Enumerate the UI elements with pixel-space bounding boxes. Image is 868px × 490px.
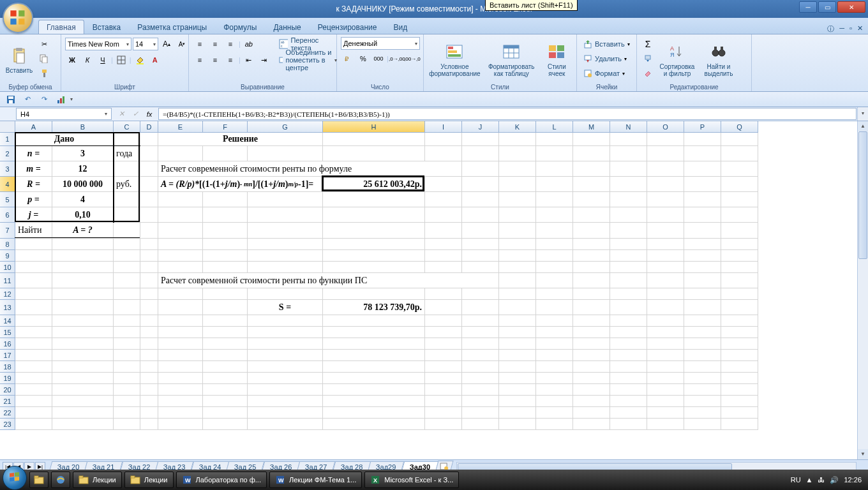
- cell-J17[interactable]: [462, 350, 499, 361]
- cell-J16[interactable]: [462, 338, 499, 350]
- cell-C7[interactable]: [114, 223, 140, 239]
- cell-E19[interactable]: [158, 373, 203, 384]
- cell-D3[interactable]: [140, 161, 158, 177]
- cell-L10[interactable]: [536, 262, 573, 273]
- cell-C22[interactable]: [114, 407, 140, 419]
- cell-C5[interactable]: [114, 192, 140, 207]
- cell-Q17[interactable]: [721, 350, 758, 361]
- cell-M2[interactable]: [573, 146, 610, 161]
- percent-button[interactable]: %: [356, 52, 370, 66]
- cell-K12[interactable]: [499, 288, 536, 300]
- undo-button[interactable]: ↶: [20, 93, 34, 107]
- tab-insert[interactable]: Вставка: [84, 20, 130, 34]
- cell-C4[interactable]: руб.: [114, 177, 140, 192]
- copy-button[interactable]: [37, 52, 51, 66]
- cell-N23[interactable]: [610, 419, 647, 430]
- cell-L13[interactable]: [536, 300, 573, 315]
- cancel-formula-button[interactable]: ✕: [115, 108, 128, 120]
- minimize-button[interactable]: ─: [799, 1, 817, 13]
- merge-center-button[interactable]: a Объединить и поместить в центре ▾: [276, 53, 340, 67]
- align-left-button[interactable]: ≡: [193, 53, 207, 67]
- cell-L14[interactable]: [536, 315, 573, 327]
- font-size-combo[interactable]: 14▾: [133, 38, 158, 50]
- col-header-P[interactable]: P: [684, 121, 721, 133]
- cell-H18[interactable]: [323, 361, 425, 373]
- qat-chart-button[interactable]: [54, 93, 68, 107]
- cell-Q5[interactable]: [721, 192, 758, 207]
- cell-J14[interactable]: [462, 315, 499, 327]
- cell-L8[interactable]: [536, 239, 573, 250]
- cell-A6[interactable]: j =: [15, 207, 52, 223]
- cell-P19[interactable]: [684, 373, 721, 384]
- cell-M6[interactable]: [573, 207, 610, 223]
- grow-font-button[interactable]: A▴: [160, 37, 174, 51]
- cell-K13[interactable]: [499, 300, 536, 315]
- cell-H10[interactable]: [323, 262, 425, 273]
- cell-F22[interactable]: [203, 407, 248, 419]
- cell-Q18[interactable]: [721, 361, 758, 373]
- col-header-N[interactable]: N: [610, 121, 647, 133]
- cell-P10[interactable]: [684, 262, 721, 273]
- cell-P22[interactable]: [684, 407, 721, 419]
- cell-B3[interactable]: 12: [52, 161, 114, 177]
- fx-button[interactable]: fx: [143, 108, 156, 120]
- cell-K8[interactable]: [499, 239, 536, 250]
- cell-H21[interactable]: [323, 396, 425, 407]
- cell-M22[interactable]: [573, 407, 610, 419]
- cell-B18[interactable]: [52, 361, 114, 373]
- cell-M4[interactable]: [573, 177, 610, 192]
- col-header-D[interactable]: D: [140, 121, 158, 133]
- office-button[interactable]: [3, 3, 33, 33]
- cell-A13[interactable]: [15, 300, 52, 315]
- cell-K4[interactable]: [499, 177, 536, 192]
- cell-M17[interactable]: [573, 350, 610, 361]
- cell-P13[interactable]: [684, 300, 721, 315]
- cell-D8[interactable]: [140, 239, 158, 250]
- cell-G16[interactable]: [248, 338, 323, 350]
- cell-G19[interactable]: [248, 373, 323, 384]
- cell-H15[interactable]: [323, 327, 425, 338]
- cell-K3[interactable]: [499, 161, 536, 177]
- cell-M20[interactable]: [573, 384, 610, 396]
- doc-minimize-button[interactable]: ─: [839, 24, 844, 34]
- cell-E10[interactable]: [158, 262, 203, 273]
- cell-B17[interactable]: [52, 350, 114, 361]
- cell-H14[interactable]: [323, 315, 425, 327]
- cell-N13[interactable]: [610, 300, 647, 315]
- cell-C6[interactable]: [114, 207, 140, 223]
- cell-L5[interactable]: [536, 192, 573, 207]
- cell-G7[interactable]: [248, 223, 323, 239]
- cell-B4[interactable]: 10 000 000: [52, 177, 114, 192]
- cell-Q2[interactable]: [721, 146, 758, 161]
- tab-view[interactable]: Вид: [385, 20, 415, 34]
- cell-J5[interactable]: [462, 192, 499, 207]
- cell-D20[interactable]: [140, 384, 158, 396]
- col-header-H[interactable]: H: [323, 121, 425, 133]
- cell-J9[interactable]: [462, 250, 499, 262]
- underline-button[interactable]: Ч: [96, 53, 110, 67]
- cell-F7[interactable]: [203, 223, 248, 239]
- cell-B10[interactable]: [52, 262, 114, 273]
- fill-color-button[interactable]: [133, 53, 147, 67]
- cell-K15[interactable]: [499, 327, 536, 338]
- cell-B9[interactable]: [52, 250, 114, 262]
- row-header-6[interactable]: 6: [0, 207, 15, 223]
- cell-O22[interactable]: [647, 407, 684, 419]
- cell-E12[interactable]: [158, 288, 203, 300]
- cell-P7[interactable]: [684, 223, 721, 239]
- cell-H4[interactable]: 25 612 003,42р.: [323, 177, 425, 192]
- cell-D21[interactable]: [140, 396, 158, 407]
- cell-D17[interactable]: [140, 350, 158, 361]
- cell-D7[interactable]: [140, 223, 158, 239]
- format-as-table-button[interactable]: Форматировать как таблицу: [484, 37, 539, 82]
- cell-B5[interactable]: 4: [52, 192, 114, 207]
- cell-E14[interactable]: [158, 315, 203, 327]
- cell-K2[interactable]: [499, 146, 536, 161]
- cell-K23[interactable]: [499, 419, 536, 430]
- cell-K7[interactable]: [499, 223, 536, 239]
- italic-button[interactable]: К: [80, 53, 94, 67]
- cell-C21[interactable]: [114, 396, 140, 407]
- cell-O16[interactable]: [647, 338, 684, 350]
- cell-P1[interactable]: [684, 133, 721, 146]
- cell-E3[interactable]: Расчет современной стоимости ренты по фо…: [158, 161, 462, 177]
